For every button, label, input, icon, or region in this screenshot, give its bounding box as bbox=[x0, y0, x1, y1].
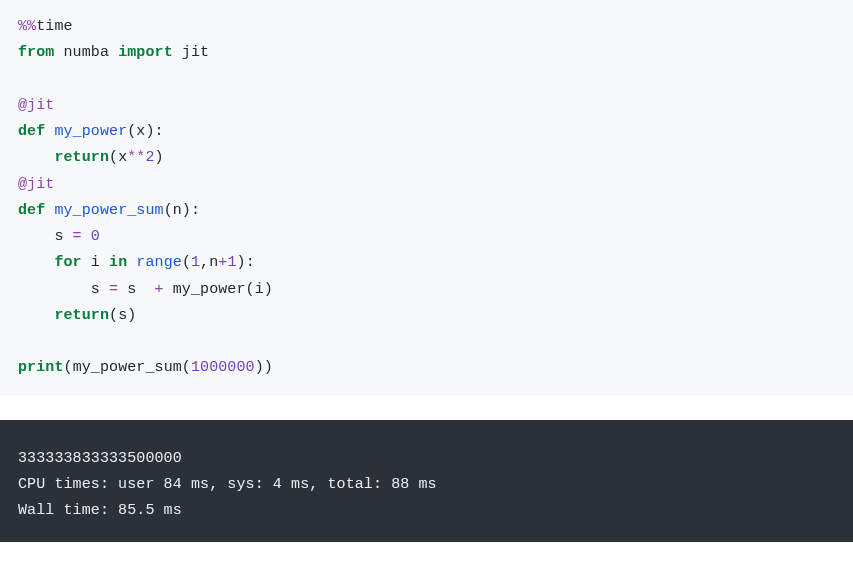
lparen: ( bbox=[164, 202, 173, 219]
var-s: s bbox=[127, 281, 136, 298]
decorator-at: @ bbox=[18, 176, 27, 193]
decorator-jit: jit bbox=[27, 97, 54, 114]
rparen: ) bbox=[182, 202, 191, 219]
space bbox=[54, 44, 63, 61]
output-cell: 333333833333500000 CPU times: user 84 ms… bbox=[0, 420, 853, 543]
space bbox=[109, 44, 118, 61]
space bbox=[127, 254, 136, 271]
fn-my-power: my_power bbox=[54, 123, 127, 140]
kw-import: import bbox=[118, 44, 173, 61]
fn-my-power-sum: my_power_sum bbox=[54, 202, 163, 219]
rparen: ) bbox=[155, 149, 164, 166]
var-s: s bbox=[54, 228, 63, 245]
output-result: 333333833333500000 bbox=[18, 450, 182, 467]
op-pow: ** bbox=[127, 149, 145, 166]
space bbox=[100, 254, 109, 271]
kw-def: def bbox=[18, 202, 45, 219]
kw-in: in bbox=[109, 254, 127, 271]
lparen: ( bbox=[127, 123, 136, 140]
space bbox=[173, 44, 182, 61]
num-0: 0 bbox=[91, 228, 100, 245]
kw-from: from bbox=[18, 44, 54, 61]
var-i: i bbox=[255, 281, 264, 298]
call-my-power: my_power bbox=[173, 281, 246, 298]
space bbox=[82, 254, 91, 271]
kw-return: return bbox=[54, 307, 109, 324]
rparen: ) bbox=[145, 123, 154, 140]
lparen: ( bbox=[64, 359, 73, 376]
output-wall-time: Wall time: 85.5 ms bbox=[18, 502, 182, 519]
colon: : bbox=[155, 123, 164, 140]
kw-def: def bbox=[18, 123, 45, 140]
comma: , bbox=[200, 254, 209, 271]
lparen: ( bbox=[182, 254, 191, 271]
rparen: ) bbox=[264, 359, 273, 376]
op-eq: = bbox=[100, 281, 127, 298]
call-my-power-sum: my_power_sum bbox=[73, 359, 182, 376]
op-eq: = bbox=[64, 228, 91, 245]
num-1: 1 bbox=[191, 254, 200, 271]
magic-prefix: %% bbox=[18, 18, 36, 35]
rparen: ) bbox=[255, 359, 264, 376]
rparen: ) bbox=[127, 307, 136, 324]
num-2: 2 bbox=[145, 149, 154, 166]
colon: : bbox=[246, 254, 255, 271]
var-n: n bbox=[209, 254, 218, 271]
call-print: print bbox=[18, 359, 64, 376]
lparen: ( bbox=[109, 149, 118, 166]
lparen: ( bbox=[182, 359, 191, 376]
var-i: i bbox=[91, 254, 100, 271]
kw-return: return bbox=[54, 149, 109, 166]
name-jit: jit bbox=[182, 44, 209, 61]
call-range: range bbox=[136, 254, 182, 271]
num-million: 1000000 bbox=[191, 359, 255, 376]
rparen: ) bbox=[237, 254, 246, 271]
var-s: s bbox=[91, 281, 100, 298]
lparen: ( bbox=[109, 307, 118, 324]
output-cpu-times: CPU times: user 84 ms, sys: 4 ms, total:… bbox=[18, 476, 437, 493]
kw-for: for bbox=[54, 254, 81, 271]
colon: : bbox=[191, 202, 200, 219]
decorator-at: @ bbox=[18, 97, 27, 114]
magic-name: time bbox=[36, 18, 72, 35]
lparen: ( bbox=[246, 281, 255, 298]
module-numba: numba bbox=[64, 44, 110, 61]
num-1b: 1 bbox=[227, 254, 236, 271]
op-plus-sp: + bbox=[145, 281, 172, 298]
arg-n: n bbox=[173, 202, 182, 219]
code-cell: %%time from numba import jit @jit def my… bbox=[0, 0, 853, 396]
var-s: s bbox=[118, 307, 127, 324]
rparen: ) bbox=[264, 281, 273, 298]
decorator-jit: jit bbox=[27, 176, 54, 193]
var-x: x bbox=[118, 149, 127, 166]
